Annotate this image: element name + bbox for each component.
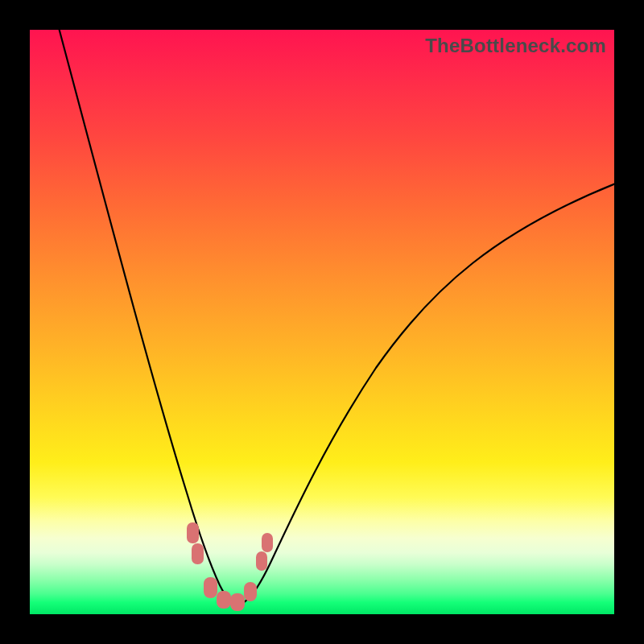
marker-point — [204, 577, 217, 598]
marker-point — [217, 591, 231, 609]
marker-point — [262, 533, 273, 552]
curve-right-branch — [237, 183, 617, 605]
marker-point — [256, 551, 267, 571]
marker-point — [192, 543, 204, 564]
marker-point — [187, 522, 199, 543]
plot-area: TheBottleneck.com — [30, 30, 614, 614]
chart-frame: TheBottleneck.com — [0, 0, 644, 644]
marker-point — [230, 593, 245, 611]
curve-left-branch — [57, 22, 237, 605]
curve-layer — [30, 30, 614, 614]
marker-point — [244, 582, 257, 601]
